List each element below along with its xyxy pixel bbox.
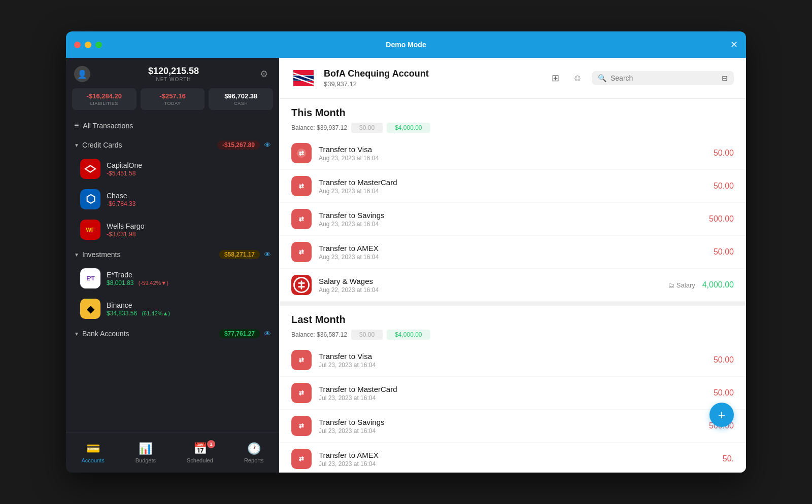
transfer-icon [291,449,312,469]
investments-eye-icon[interactable]: 👁 [264,250,271,259]
salary-icon [291,275,312,295]
lm-tx4-amount: 50. [723,454,734,463]
lm-tx4-date: Jul 23, 2023 at 16:04 [319,460,716,467]
tx2-name: Transfer to MasterCard [319,178,706,187]
capitalOne-balance: -$5,451.58 [107,170,271,177]
transaction-item[interactable]: Transfer to AMEX Jul 23, 2023 at 16:04 5… [279,443,746,473]
net-worth-label: NET WORTH [90,77,257,82]
lm-tx2-name: Transfer to MasterCard [319,385,706,393]
add-transaction-button[interactable]: + [709,403,734,427]
search-input[interactable] [611,74,718,82]
this-month-group: This Month Balance: $39,937.12 $0.00 $4,… [279,99,746,302]
sidebar-scroll: ≡ All Transactions ▼ Credit Cards -$15,2… [66,116,279,432]
budgets-label: Budgets [136,457,156,463]
etrade-sub: (-59.42%▼) [139,280,168,286]
transaction-item[interactable]: Transfer to MasterCard Jul 23, 2023 at 1… [279,377,746,410]
main-content: BofA Chequing Account $39,937.12 ⊞ ☺ 🔍 ⊟ [279,58,746,473]
investments-total: $58,271.17 [219,250,260,259]
folder-icon: 🗂 [668,281,674,289]
tx1-date: Aug 23, 2023 at 16:04 [319,155,706,162]
main-layout: 👤 $120,215.58 NET WORTH ⚙ -$16,284.20 LI… [66,58,746,473]
nav-scheduled[interactable]: 1 📅 Scheduled [179,438,221,467]
credit-cards-total: -$15,267.89 [217,140,260,150]
this-month-spent: $0.00 [351,123,383,133]
bottom-nav: 💳 Accounts 📊 Budgets 1 📅 Scheduled 🕐 Rep… [66,432,279,473]
tx4-name: Transfer to AMEX [319,244,706,253]
bank-accounts-eye-icon[interactable]: 👁 [264,330,271,338]
nav-budgets[interactable]: 📊 Budgets [127,438,164,467]
maximize-window-button[interactable] [95,42,102,48]
tx1-amount: 50.00 [714,149,734,158]
tx5-name: Salary & Wages [319,277,661,285]
account-header: BofA Chequing Account $39,937.12 ⊞ ☺ 🔍 ⊟ [279,58,746,99]
tx3-amount: 500.00 [709,214,734,224]
account-item-etrade[interactable]: E*T E*Trade $8,001.83 (-59.42%▼) [66,263,279,294]
investments-chevron: ▼ [74,252,79,258]
lm-tx1-date: Jul 23, 2023 at 16:04 [319,362,706,369]
more-options-button[interactable]: ☺ [569,70,586,86]
lm-tx1-info: Transfer to Visa Jul 23, 2023 at 16:04 [319,352,706,369]
scheduled-label: Scheduled [187,457,213,463]
credit-cards-title-row: ▼ Credit Cards [74,141,122,149]
tx2-info: Transfer to MasterCard Aug 23, 2023 at 1… [319,178,706,195]
etrade-balance: $8,001.83 (-59.42%▼) [107,279,271,286]
accounts-icon: 💳 [86,442,100,455]
account-item-binance[interactable]: ◆ Binance $34,833.56 (61.42%▲) [66,294,279,324]
lm-tx3-name: Transfer to Savings [319,418,702,426]
all-transactions-item[interactable]: ≡ All Transactions [66,116,279,135]
lm-tx3-date: Jul 23, 2023 at 16:04 [319,427,702,435]
search-bar: 🔍 ⊟ [592,71,734,85]
transfer-icon [291,176,312,196]
avatar-icon: 👤 [77,69,87,79]
account-item-chase[interactable]: ⬡ Chase -$6,784.33 [66,184,279,214]
investments-label: Investments [82,250,120,259]
transaction-item[interactable]: Transfer to MasterCard Aug 23, 2023 at 1… [279,170,746,203]
tx3-date: Aug 23, 2023 at 16:04 [319,221,702,228]
account-item-wellsFargo[interactable]: WF Wells Fargo -$3,031.98 [66,214,279,245]
transaction-item[interactable]: Transfer to Visa Jul 23, 2023 at 16:04 5… [279,344,746,377]
titlebar-close-icon[interactable]: ✕ [730,39,738,50]
last-month-balance-label: Balance: $36,587.12 [291,331,347,338]
lm-tx3-info: Transfer to Savings Jul 23, 2023 at 16:0… [319,418,702,435]
last-month-income: $4,000.00 [387,330,430,340]
binance-sub: (61.42%▲) [142,310,170,316]
this-month-balance-label: Balance: $39,937.12 [291,124,347,131]
titlebar: Demo Mode ✕ [66,31,746,58]
transfer-icon [291,350,312,370]
tx1-name: Transfer to Visa [319,145,706,154]
nav-reports[interactable]: 🕐 Reports [236,438,272,467]
avatar[interactable]: 👤 [74,66,90,82]
tx5-category: 🗂 Salary [668,281,695,289]
lm-tx2-info: Transfer to MasterCard Jul 23, 2023 at 1… [319,385,706,402]
transaction-item[interactable]: Transfer to AMEX Aug 23, 2023 at 16:04 5… [279,236,746,269]
tx4-amount: 50.00 [714,247,734,257]
transaction-item[interactable]: Transfer to Visa Aug 23, 2023 at 16:04 5… [279,137,746,170]
settings-button[interactable]: ⚙ [257,67,271,81]
close-window-button[interactable] [74,42,81,48]
credit-cards-eye-icon[interactable]: 👁 [264,141,271,149]
header-actions: ⊞ ☺ 🔍 ⊟ [547,70,734,86]
tx3-info: Transfer to Savings Aug 23, 2023 at 16:0… [319,211,702,228]
nav-accounts[interactable]: 💳 Accounts [73,438,112,467]
grid-view-button[interactable]: ⊞ [547,70,563,86]
lm-tx4-name: Transfer to AMEX [319,451,716,459]
account-item-capitalOne[interactable]: CapitalOne -$5,451.58 [66,154,279,184]
lm-tx1-amount: 50.00 [714,355,734,365]
capitalOne-name: CapitalOne [107,161,271,169]
transaction-item[interactable]: Transfer to Savings Jul 23, 2023 at 16:0… [279,410,746,443]
tx5-amount: 4,000.00 [702,280,734,290]
last-month-spent: $0.00 [351,330,383,340]
credit-cards-label: Credit Cards [82,141,122,149]
transaction-item[interactable]: Transfer to Savings Aug 23, 2023 at 16:0… [279,203,746,236]
net-worth-container: $120,215.58 NET WORTH [90,66,257,82]
etrade-name: E*Trade [107,271,271,279]
transaction-item[interactable]: Salary & Wages Aug 22, 2023 at 16:04 🗂 S… [279,269,746,302]
last-month-header: Last Month Balance: $36,587.12 $0.00 $4,… [279,306,746,344]
minimize-window-button[interactable] [85,42,91,48]
binance-name: Binance [107,301,271,309]
list-icon: ≡ [74,121,79,130]
filter-icon[interactable]: ⊟ [722,74,728,82]
scheduled-badge: 1 [207,440,215,448]
transactions-scroll: This Month Balance: $39,937.12 $0.00 $4,… [279,99,746,473]
this-month-title: This Month [291,107,734,119]
